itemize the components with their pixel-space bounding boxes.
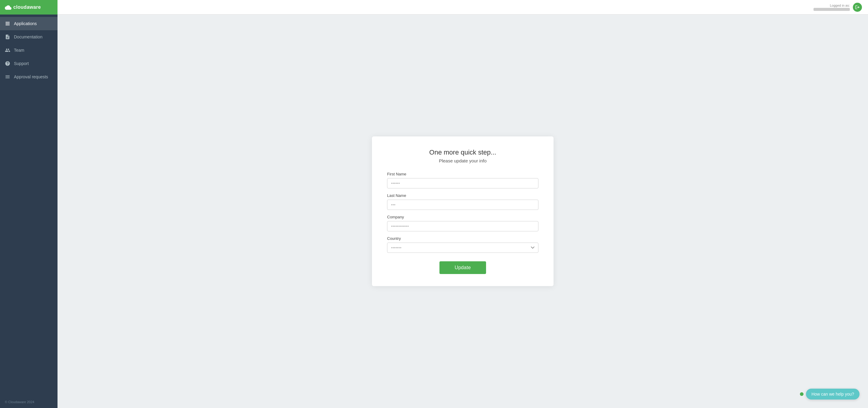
sidebar-footer: © Cloudaware 2024: [0, 396, 58, 408]
logged-in-section: Logged in as:: [813, 4, 850, 11]
approval-requests-label: Approval requests: [14, 74, 48, 79]
logo-text: cloudaware: [13, 4, 41, 10]
logout-button[interactable]: [853, 3, 862, 12]
country-label: Country: [387, 236, 538, 241]
dialog-subtitle: Please update your info: [387, 158, 538, 163]
country-group: Country •••••••: [387, 236, 538, 253]
applications-label: Applications: [14, 21, 37, 26]
last-name-group: Last Name: [387, 193, 538, 210]
content-area: One more quick step... Please update you…: [58, 14, 868, 408]
team-icon: [5, 47, 10, 53]
country-select[interactable]: •••••••: [387, 243, 538, 253]
support-label: Support: [14, 61, 29, 66]
chat-online-dot: [800, 392, 804, 396]
sidebar-item-approval-requests[interactable]: Approval requests: [0, 70, 58, 83]
update-info-dialog: One more quick step... Please update you…: [372, 136, 554, 286]
sidebar-item-documentation[interactable]: Documentation: [0, 30, 58, 43]
update-button[interactable]: Update: [439, 261, 486, 274]
sidebar-item-applications[interactable]: Applications: [0, 17, 58, 30]
first-name-label: First Name: [387, 172, 538, 176]
sidebar-nav: Applications Documentation Team: [0, 14, 58, 396]
last-name-label: Last Name: [387, 193, 538, 198]
logged-in-label: Logged in as:: [830, 4, 850, 7]
last-name-input[interactable]: [387, 200, 538, 210]
applications-icon: [5, 21, 10, 26]
username-bar: [813, 8, 850, 11]
dialog-title: One more quick step...: [387, 148, 538, 156]
sidebar: cloudaware Applications Documentation: [0, 0, 58, 408]
support-icon: [5, 61, 10, 66]
sidebar-item-support[interactable]: Support: [0, 57, 58, 70]
cloudaware-logo-icon: [5, 4, 11, 10]
approval-requests-icon: [5, 74, 10, 79]
header: Logged in as:: [58, 0, 868, 14]
chat-bubble-button[interactable]: How can we help you?: [806, 388, 860, 400]
first-name-group: First Name: [387, 172, 538, 189]
documentation-label: Documentation: [14, 34, 42, 39]
sidebar-logo[interactable]: cloudaware: [0, 0, 58, 14]
main-area: Logged in as: One more quick step... Ple…: [58, 0, 868, 408]
chat-widget[interactable]: How can we help you?: [800, 388, 860, 400]
company-input[interactable]: [387, 221, 538, 231]
company-label: Company: [387, 215, 538, 219]
documentation-icon: [5, 34, 10, 40]
sidebar-item-team[interactable]: Team: [0, 43, 58, 57]
team-label: Team: [14, 48, 24, 53]
company-group: Company: [387, 215, 538, 231]
first-name-input[interactable]: [387, 178, 538, 189]
